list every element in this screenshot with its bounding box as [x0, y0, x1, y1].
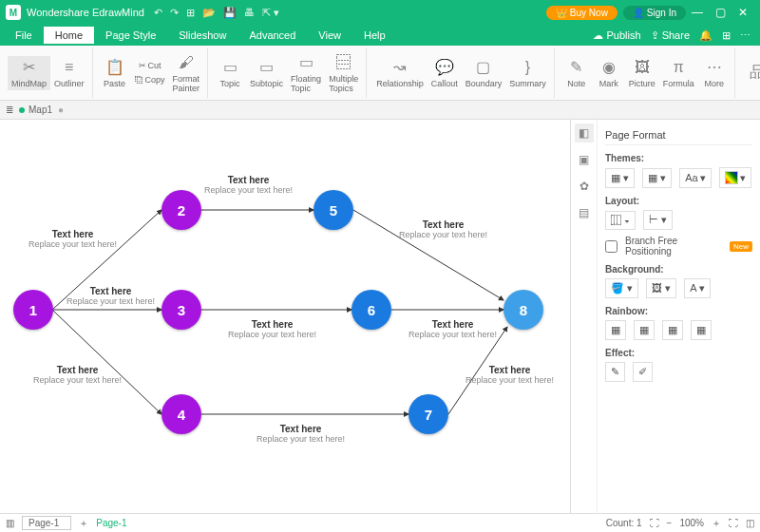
- font-button[interactable]: Aa ▾: [679, 168, 711, 188]
- new-badge: New: [730, 241, 752, 252]
- document-tab[interactable]: Map1: [19, 104, 52, 115]
- more-button[interactable]: ⋯More: [698, 56, 731, 90]
- redo-icon[interactable]: ↷: [170, 7, 179, 19]
- edge-label: Text hereReplace your text here!: [204, 175, 293, 195]
- boundary-button[interactable]: ▢Boundary: [462, 56, 506, 90]
- share-button[interactable]: ⇪ Share: [651, 29, 690, 42]
- cut-button[interactable]: ✂ Cut: [131, 59, 169, 72]
- zoom-in-button[interactable]: ＋: [712, 517, 721, 530]
- zoom-out-button[interactable]: −: [667, 518, 673, 528]
- sign-in-button[interactable]: 👤 Sign In: [623, 6, 686, 20]
- note-button[interactable]: ✎Note: [560, 56, 593, 90]
- edge-label: Text hereReplace your text here!: [256, 424, 345, 444]
- node-8[interactable]: 8: [504, 290, 543, 330]
- menu-file[interactable]: File: [4, 27, 44, 44]
- layout-ribbon-button[interactable]: 品: [741, 62, 760, 85]
- summary-button[interactable]: }Summary: [505, 56, 550, 90]
- rainbow-label: Rainbow:: [605, 306, 752, 316]
- node-6[interactable]: 6: [352, 290, 391, 330]
- node-3[interactable]: 3: [162, 290, 201, 330]
- subtopic-button[interactable]: ▭Subtopic: [246, 56, 287, 90]
- floating-topic-button[interactable]: ▭Floating Topic: [287, 51, 325, 95]
- effect-option[interactable]: ✎: [605, 362, 625, 382]
- print-icon[interactable]: 🖶: [244, 7, 255, 19]
- rainbow-option[interactable]: ▦: [662, 320, 683, 340]
- side-tab-theme-icon[interactable]: ▣: [575, 150, 594, 169]
- layout-option-button[interactable]: ⊢ ▾: [643, 210, 673, 230]
- node-5[interactable]: 5: [314, 190, 353, 230]
- undo-icon[interactable]: ↶: [154, 7, 162, 19]
- buy-now-button[interactable]: 👑 Buy Now: [546, 6, 618, 20]
- multiple-topics-button[interactable]: ⿳Multiple Topics: [325, 51, 362, 95]
- copy-button[interactable]: ⿻ Copy: [131, 73, 169, 86]
- save-icon[interactable]: 💾: [223, 7, 237, 19]
- menu-view[interactable]: View: [307, 27, 352, 44]
- notify-icon[interactable]: 🔔: [699, 29, 712, 42]
- effect-label: Effect:: [605, 348, 752, 358]
- menu-home[interactable]: Home: [44, 27, 94, 44]
- layout-option-button[interactable]: ⿲ ▾: [605, 211, 636, 230]
- edge-label: Text hereReplace your text here!: [28, 229, 117, 249]
- branch-free-checkbox[interactable]: [605, 240, 618, 253]
- menu-page-style[interactable]: Page Style: [94, 27, 167, 44]
- edge-label: Text hereReplace your text here!: [399, 219, 487, 239]
- formula-button[interactable]: πFormula: [659, 56, 698, 90]
- pages-icon[interactable]: ▥: [6, 518, 14, 528]
- picture-button[interactable]: 🖼Picture: [625, 56, 659, 90]
- bg-color-button[interactable]: 🪣 ▾: [605, 278, 638, 298]
- fit-icon[interactable]: ⛶: [650, 518, 659, 528]
- node-2[interactable]: 2: [162, 190, 201, 230]
- theme-preset-button[interactable]: ▦ ▾: [642, 168, 672, 188]
- app-title: Wondershare EdrawMind: [27, 7, 144, 18]
- rainbow-option[interactable]: ▦: [634, 320, 655, 340]
- menu-advanced[interactable]: Advanced: [238, 27, 307, 44]
- maximize-icon[interactable]: ▢: [709, 6, 732, 19]
- edge-label: Text hereReplace your text here!: [66, 286, 155, 306]
- format-painter-button[interactable]: 🖌Format Painter: [169, 51, 204, 95]
- menu-slideshow[interactable]: Slideshow: [167, 27, 238, 44]
- callout-button[interactable]: 💬Callout: [428, 56, 462, 90]
- outliner-button[interactable]: ≡Outliner: [50, 56, 88, 90]
- node-1[interactable]: 1: [13, 290, 53, 330]
- themes-label: Themes:: [605, 153, 752, 163]
- theme-preset-button[interactable]: ▦ ▾: [605, 168, 635, 188]
- new-icon[interactable]: ⊞: [186, 7, 195, 19]
- side-tab-outline-icon[interactable]: ▤: [575, 203, 594, 222]
- menu-help[interactable]: Help: [352, 27, 397, 44]
- layout-label: Layout:: [605, 196, 752, 206]
- bg-image-button[interactable]: 🖼 ▾: [646, 278, 676, 298]
- close-icon[interactable]: ✕: [732, 6, 754, 19]
- page-name: Page-1: [96, 518, 126, 528]
- tabs-icon[interactable]: ≣: [6, 104, 13, 115]
- side-tab-format-icon[interactable]: ◧: [575, 124, 594, 142]
- node-7[interactable]: 7: [408, 394, 448, 434]
- help-icon[interactable]: ⋯: [740, 29, 750, 42]
- open-icon[interactable]: 📂: [202, 7, 216, 19]
- watermark-button[interactable]: A ▾: [684, 278, 711, 298]
- node-4[interactable]: 4: [162, 394, 201, 434]
- mindmap-button[interactable]: ✂MindMap: [8, 56, 50, 90]
- mark-button[interactable]: ◉Mark: [593, 56, 625, 90]
- minimize-icon[interactable]: —: [686, 6, 709, 19]
- export-icon[interactable]: ⇱ ▾: [262, 7, 279, 19]
- paste-button[interactable]: 📋Paste: [99, 56, 131, 90]
- branch-free-label: Branch Free Positioning: [625, 236, 722, 256]
- topic-button[interactable]: ▭Topic: [214, 56, 246, 90]
- app-logo-icon: M: [6, 5, 21, 20]
- grid-icon[interactable]: ⊞: [722, 29, 731, 42]
- fullscreen-icon[interactable]: ⛶: [729, 518, 738, 528]
- relationship-button[interactable]: ↝Relationship: [372, 56, 428, 90]
- edge-label: Text hereReplace your text here!: [33, 365, 122, 385]
- rainbow-option[interactable]: ▦: [691, 320, 712, 340]
- publish-button[interactable]: ☁ Publish: [593, 29, 640, 42]
- page-select[interactable]: Page-1: [22, 516, 71, 530]
- canvas[interactable]: 1 2 3 4 5 6 7 8 Text hereReplace your te…: [0, 120, 570, 513]
- side-tab-clipart-icon[interactable]: ✿: [575, 177, 594, 196]
- edge-label: Text hereReplace your text here!: [466, 365, 554, 385]
- effect-option[interactable]: ✐: [633, 362, 653, 382]
- add-page-button[interactable]: ＋: [79, 517, 88, 530]
- rainbow-option[interactable]: ▦: [605, 320, 626, 340]
- edge-label: Text hereReplace your text here!: [408, 319, 497, 339]
- view-mode-icon[interactable]: ◫: [746, 518, 754, 528]
- color-theme-button[interactable]: ▾: [719, 167, 751, 188]
